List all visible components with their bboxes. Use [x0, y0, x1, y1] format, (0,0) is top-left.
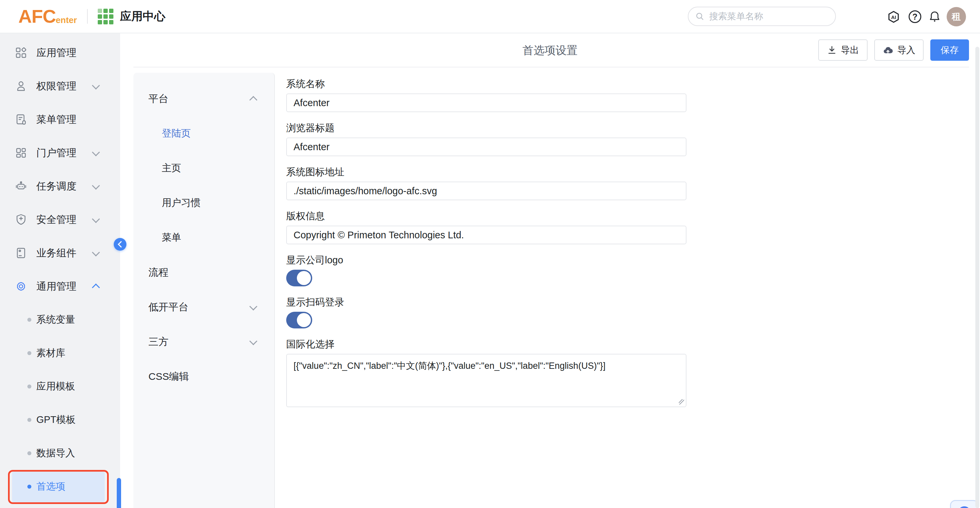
- settings-nav-process[interactable]: 流程: [134, 255, 274, 290]
- preferences-form: 系统名称 浏览器标题 系统图标地址 版权信息 显示公司logo 显示扫码登录 国…: [286, 73, 686, 409]
- copyright-field[interactable]: [286, 225, 686, 244]
- menu-search-box[interactable]: [688, 7, 836, 26]
- settings-nav-label: 登陆页: [162, 127, 191, 140]
- copyright-label: 版权信息: [286, 210, 686, 222]
- top-header: AFC enter 应用中心 AI ?: [0, 0, 980, 34]
- header-divider: [87, 9, 88, 24]
- help-question-mark: ?: [912, 12, 917, 22]
- bullet-icon: [27, 351, 31, 355]
- browser-title-label: 浏览器标题: [286, 122, 686, 134]
- app-window: AFC enter 应用中心 AI ?: [0, 0, 980, 508]
- app-center-grid-icon: [98, 9, 113, 24]
- bullet-icon: [27, 385, 31, 388]
- settings-nav-label: 用户习惯: [162, 196, 200, 209]
- settings-nav-label: CSS编辑: [148, 370, 189, 383]
- sidebar-item-app-templates[interactable]: 应用模板: [12, 370, 105, 403]
- logo-main-text: AFC: [18, 7, 56, 26]
- sidebar-item-task-scheduling[interactable]: 任务调度: [0, 169, 120, 203]
- svg-text:AI: AI: [891, 15, 896, 20]
- page-title: 首选项设置: [523, 43, 578, 58]
- bullet-icon: [27, 418, 31, 422]
- settings-nav-low-code-platform[interactable]: 低开平台: [134, 290, 274, 324]
- export-button[interactable]: 导出: [818, 39, 868, 61]
- portal-grid-icon: [15, 147, 27, 159]
- chevron-down-icon: [92, 182, 100, 190]
- sidebar-item-material-library[interactable]: 素材库: [12, 336, 105, 370]
- active-item-indicator-bar: [117, 478, 121, 508]
- help-icon[interactable]: ?: [908, 10, 921, 23]
- sidebar-collapse-button[interactable]: [114, 238, 126, 251]
- cloud-upload-icon: [883, 45, 893, 55]
- main-sidebar: 应用管理 权限管理 菜单管理: [0, 34, 120, 508]
- settings-nav-panel: 平台 登陆页 主页 用户习惯 菜单 流程 低开平台 三方 CSS编辑: [134, 73, 275, 508]
- afcenter-logo[interactable]: AFC enter: [18, 7, 77, 26]
- system-name-field[interactable]: [286, 93, 686, 112]
- notification-bell-icon[interactable]: [928, 10, 941, 23]
- sidebar-item-security-management[interactable]: 安全管理: [0, 203, 120, 236]
- shield-plus-icon: [15, 214, 27, 225]
- settings-nav-menu[interactable]: 菜单: [134, 220, 274, 255]
- sidebar-item-data-import[interactable]: 数据导入: [12, 436, 105, 470]
- vertical-scrollbar[interactable]: [975, 47, 979, 508]
- sidebar-item-menu-management[interactable]: 菜单管理: [0, 103, 120, 136]
- import-button[interactable]: 导入: [874, 39, 924, 61]
- system-name-label: 系统名称: [286, 78, 686, 89]
- chevron-down-icon: [92, 248, 100, 256]
- user-icon: [15, 80, 27, 92]
- settings-nav-css-edit[interactable]: CSS编辑: [134, 359, 274, 394]
- settings-nav-home-page[interactable]: 主页: [134, 151, 274, 185]
- avatar-text: 租: [952, 11, 961, 23]
- bullet-icon: [27, 451, 31, 455]
- settings-nav-label: 三方: [148, 335, 169, 349]
- sidebar-item-preferences[interactable]: 首选项: [12, 470, 105, 503]
- system-icon-url-field[interactable]: [286, 182, 686, 200]
- floating-assistant-widget[interactable]: [950, 500, 978, 508]
- gear-icon: [15, 280, 27, 292]
- chevron-down-icon: [92, 148, 100, 156]
- menu-doc-icon: [15, 113, 27, 126]
- download-icon: [827, 45, 837, 55]
- assistant-blob-icon: [958, 506, 970, 508]
- settings-nav-third-party[interactable]: 三方: [134, 324, 274, 359]
- i18n-options-textarea[interactable]: [{"value":"zh_CN","label":"中文(简体)"},{"va…: [286, 354, 686, 407]
- sidebar-item-gpt-templates[interactable]: GPT模板: [12, 403, 105, 436]
- sidebar-item-general-management[interactable]: 通用管理: [0, 270, 120, 303]
- sidebar-item-permission-management[interactable]: 权限管理: [0, 69, 120, 103]
- page-actions: 导出 导入 保存: [818, 39, 969, 61]
- search-input[interactable]: [708, 11, 816, 22]
- sidebar-item-application-management[interactable]: 应用管理: [0, 36, 120, 69]
- settings-nav-label: 平台: [148, 92, 169, 106]
- chevron-down-icon: [92, 215, 100, 223]
- show-qr-login-label: 显示扫码登录: [286, 296, 686, 308]
- chevron-up-icon: [249, 96, 257, 104]
- settings-nav-label: 主页: [162, 161, 181, 175]
- component-card-icon: [15, 247, 27, 259]
- chevron-left-icon: [118, 241, 124, 248]
- chevron-down-icon: [92, 81, 100, 89]
- settings-nav-login-page[interactable]: 登陆页: [134, 116, 274, 151]
- save-button[interactable]: 保存: [930, 39, 969, 61]
- browser-title-field[interactable]: [286, 137, 686, 156]
- settings-nav-label: 低开平台: [148, 300, 188, 314]
- search-icon: [695, 12, 705, 21]
- i18n-textarea-wrapper: [{"value":"zh_CN","label":"中文(简体)"},{"va…: [286, 354, 686, 409]
- bullet-icon: [27, 485, 31, 489]
- sidebar-item-business-components[interactable]: 业务组件: [0, 236, 120, 270]
- i18n-options-label: 国际化选择: [286, 339, 686, 350]
- settings-nav-label: 菜单: [162, 231, 181, 244]
- logo-sub-text: enter: [56, 14, 77, 26]
- chevron-up-icon: [92, 283, 100, 291]
- show-company-logo-toggle[interactable]: [286, 270, 312, 286]
- sidebar-item-system-variables[interactable]: 系统变量: [12, 303, 105, 336]
- settings-nav-user-habits[interactable]: 用户习惯: [134, 185, 274, 220]
- export-label: 导出: [841, 44, 859, 56]
- settings-nav-label: 流程: [148, 266, 169, 280]
- app-title: 应用中心: [120, 9, 165, 24]
- show-qr-login-toggle[interactable]: [286, 312, 312, 328]
- sidebar-item-portal-management[interactable]: 门户管理: [0, 136, 120, 169]
- ai-assistant-icon[interactable]: AI: [886, 10, 900, 24]
- user-avatar[interactable]: 租: [947, 7, 966, 26]
- settings-nav-platform[interactable]: 平台: [134, 81, 274, 116]
- import-label: 导入: [897, 44, 915, 56]
- save-label: 保存: [941, 44, 959, 56]
